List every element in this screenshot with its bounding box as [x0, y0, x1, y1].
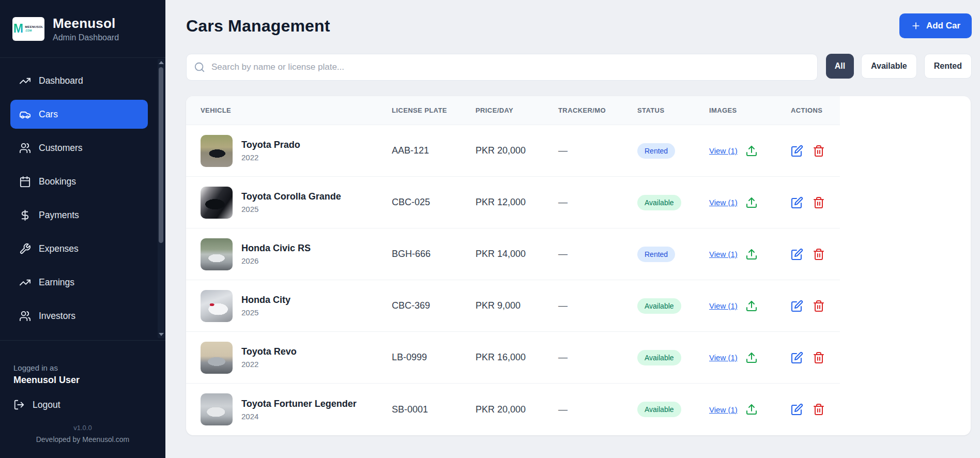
delete-icon[interactable]: [813, 248, 825, 261]
scroll-up-arrow-icon[interactable]: [159, 61, 164, 64]
edit-icon[interactable]: [791, 145, 803, 157]
tracker-cell: —: [558, 404, 637, 415]
delete-icon[interactable]: [813, 352, 825, 364]
upload-icon[interactable]: [745, 145, 758, 157]
view-images-link[interactable]: View (1): [709, 198, 738, 207]
status-filters: All Available Rented: [826, 54, 972, 81]
filter-available-button[interactable]: Available: [861, 54, 917, 79]
sidebar-item-earnings[interactable]: Earnings: [10, 268, 148, 297]
calendar-icon: [19, 176, 31, 188]
vehicle-name: Toyota Fortuner Legender: [241, 399, 357, 409]
sidebar-item-label: Expenses: [39, 243, 79, 254]
sidebar-item-dashboard[interactable]: Dashboard: [10, 66, 148, 95]
delete-icon[interactable]: [813, 403, 825, 416]
trending-up-icon: [19, 75, 31, 87]
edit-icon[interactable]: [791, 300, 803, 312]
logout-button[interactable]: Logout: [13, 399, 152, 410]
edit-icon[interactable]: [791, 403, 803, 416]
vehicle-thumbnail: [201, 187, 233, 219]
column-header-actions: ACTIONS: [791, 106, 840, 114]
sidebar-item-customers[interactable]: Customers: [10, 133, 148, 162]
table-header-row: VEHICLELICENSE PLATEPRICE/DAYTRACKER/MOS…: [186, 96, 840, 125]
view-images-link[interactable]: View (1): [709, 353, 738, 362]
sidebar-header: M MEENUSOL .COM Meenusol Admin Dashboard: [0, 0, 165, 58]
users-icon: [19, 142, 31, 154]
view-images-link[interactable]: View (1): [709, 250, 738, 258]
sidebar-item-cars[interactable]: Cars: [10, 100, 148, 129]
tracker-cell: —: [558, 249, 637, 259]
search-box: [186, 54, 818, 81]
upload-icon[interactable]: [745, 403, 758, 416]
vehicle-name: Toyota Prado: [241, 140, 300, 150]
upload-icon[interactable]: [745, 300, 758, 312]
filter-label: All: [835, 62, 845, 70]
plus-icon: [911, 21, 921, 31]
column-header-tracker-mo: TRACKER/MO: [558, 106, 637, 114]
table-row: Honda Civic RS 2026 BGH-666 PKR 14,000 —…: [186, 228, 840, 280]
page-title: Cars Management: [186, 17, 330, 36]
filter-all-button[interactable]: All: [826, 54, 854, 79]
column-header-license-plate: LICENSE PLATE: [392, 106, 476, 114]
scrollbar-track[interactable]: [158, 66, 164, 333]
add-car-button[interactable]: Add Car: [899, 13, 972, 38]
column-header-price-day: PRICE/DAY: [476, 106, 558, 114]
vehicle-thumbnail: [201, 238, 233, 270]
edit-icon[interactable]: [791, 352, 803, 364]
status-badge: Available: [637, 195, 681, 210]
page-header: Cars Management Add Car: [186, 13, 972, 38]
vehicle-cell: Toyota Corolla Grande 2025: [186, 187, 392, 219]
view-images-link[interactable]: View (1): [709, 146, 738, 155]
delete-icon[interactable]: [813, 300, 825, 312]
license-plate-cell: CBC-369: [392, 300, 476, 311]
sidebar-item-label: Bookings: [39, 176, 76, 187]
delete-icon[interactable]: [813, 145, 825, 157]
upload-icon[interactable]: [745, 196, 758, 209]
scrollbar-thumb[interactable]: [159, 67, 163, 243]
filter-label: Available: [871, 62, 907, 70]
scroll-down-arrow-icon[interactable]: [159, 333, 164, 336]
vehicle-thumbnail: [201, 393, 233, 425]
sidebar-footer: Logged in as Meenusol User Logout v1.0.0…: [0, 340, 165, 458]
table-row: Honda City 2025 CBC-369 PKR 9,000 — Avai…: [186, 280, 840, 332]
sidebar-item-expenses[interactable]: Expenses: [10, 234, 148, 263]
search-input[interactable]: [186, 54, 818, 81]
column-header-images: IMAGES: [709, 106, 791, 114]
edit-icon[interactable]: [791, 248, 803, 261]
vehicle-year: 2025: [241, 308, 290, 317]
tracker-cell: —: [558, 197, 637, 208]
vehicle-year: 2022: [241, 153, 300, 162]
table-body: Toyota Prado 2022 AAB-121 PKR 20,000 — R…: [186, 125, 971, 435]
view-images-link[interactable]: View (1): [709, 405, 738, 414]
sidebar-item-label: Customers: [39, 143, 83, 154]
license-plate-cell: AAB-121: [392, 145, 476, 156]
upload-icon[interactable]: [745, 248, 758, 261]
vehicle-name: Honda City: [241, 295, 290, 306]
main-content: Cars Management Add Car All Available Re…: [165, 0, 980, 458]
vehicle-thumbnail: [201, 290, 233, 322]
brand-name: Meenusol: [53, 16, 119, 32]
delete-icon[interactable]: [813, 196, 825, 209]
edit-icon[interactable]: [791, 196, 803, 209]
view-images-link[interactable]: View (1): [709, 301, 738, 310]
sidebar: M MEENUSOL .COM Meenusol Admin Dashboard…: [0, 0, 165, 458]
controls-row: All Available Rented: [186, 54, 972, 81]
app-root: M MEENUSOL .COM Meenusol Admin Dashboard…: [0, 0, 980, 458]
vehicle-name: Toyota Revo: [241, 346, 297, 357]
sidebar-scrollbar[interactable]: [158, 59, 164, 338]
sidebar-item-payments[interactable]: Payments: [10, 201, 148, 230]
filter-rented-button[interactable]: Rented: [924, 54, 972, 79]
sidebar-item-investors[interactable]: Investors: [10, 301, 148, 330]
vehicle-cell: Toyota Prado 2022: [186, 135, 392, 167]
vehicle-thumbnail: [201, 135, 233, 167]
logo-mark: M: [13, 23, 23, 35]
price-per-day-cell: PKR 9,000: [476, 300, 558, 311]
column-header-vehicle: VEHICLE: [186, 106, 392, 114]
license-plate-cell: SB-0001: [392, 404, 476, 415]
user-name: Meenusol User: [13, 375, 152, 386]
price-per-day-cell: PKR 12,000: [476, 197, 558, 208]
vehicle-thumbnail: [201, 342, 233, 374]
logo-wordmark: MEENUSOL .COM: [25, 25, 43, 32]
upload-icon[interactable]: [745, 352, 758, 364]
status-badge: Available: [637, 402, 681, 417]
sidebar-item-bookings[interactable]: Bookings: [10, 167, 148, 196]
